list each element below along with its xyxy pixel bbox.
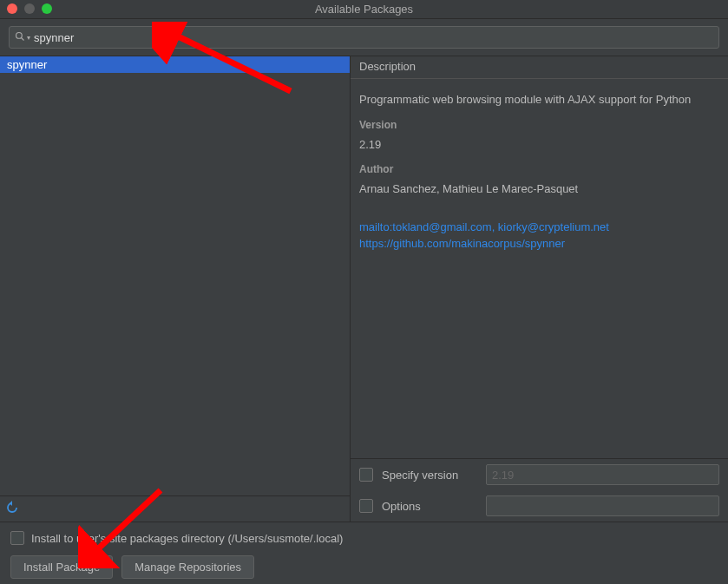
package-result-item[interactable]: spynner [0, 56, 350, 73]
specify-version-label: Specify version [382, 469, 477, 482]
version-value: 2.19 [359, 136, 719, 154]
homepage-link[interactable]: https://github.com/makinacorpus/spynner [359, 235, 719, 253]
install-package-button[interactable]: Install Package [10, 555, 113, 579]
options-checkbox[interactable] [359, 499, 373, 513]
manage-repositories-button[interactable]: Manage Repositories [121, 555, 254, 579]
search-filter-dropdown-icon[interactable]: ▾ [27, 34, 30, 42]
mailto-link[interactable]: mailto:tokland@gmail.com, kiorky@cryptel… [359, 219, 719, 236]
titlebar: Available Packages [0, 0, 728, 19]
specify-version-checkbox[interactable] [359, 468, 373, 482]
package-results-list[interactable]: spynner [0, 56, 350, 495]
version-label: Version [359, 117, 719, 133]
description-body: Programmatic web browsing module with AJ… [351, 79, 728, 458]
window-maximize-button[interactable] [42, 3, 52, 14]
search-field[interactable]: ▾ spynner [9, 26, 719, 49]
refresh-icon[interactable] [5, 501, 19, 518]
window-minimize-button[interactable] [24, 3, 35, 14]
svg-line-1 [22, 37, 24, 40]
package-summary: Programmatic web browsing module with AJ… [359, 91, 719, 108]
options-label: Options [382, 500, 477, 513]
description-header: Description [351, 56, 728, 79]
search-icon [15, 31, 25, 44]
search-input[interactable]: spynner [34, 31, 713, 44]
author-value: Arnau Sanchez, Mathieu Le Marec-Pasquet [359, 180, 719, 198]
specify-version-input[interactable]: 2.19 [486, 464, 719, 485]
svg-point-0 [16, 32, 23, 38]
window-close-button[interactable] [7, 3, 17, 14]
options-input[interactable] [486, 495, 719, 516]
install-user-site-label: Install to user's site packages director… [31, 532, 343, 545]
install-user-site-checkbox[interactable] [10, 531, 24, 545]
window-title: Available Packages [315, 3, 413, 16]
author-label: Author [359, 161, 719, 177]
